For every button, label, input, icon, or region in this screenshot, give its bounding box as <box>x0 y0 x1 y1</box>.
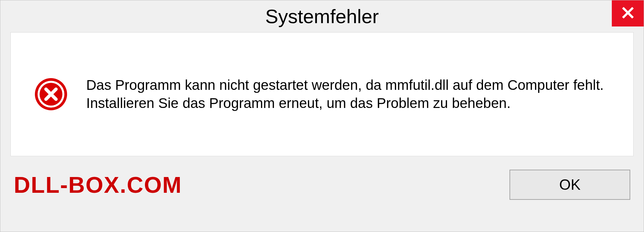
content-panel: Das Programm kann nicht gestartet werden… <box>10 32 634 156</box>
error-message: Das Programm kann nicht gestartet werden… <box>86 76 610 112</box>
ok-button[interactable]: OK <box>509 170 630 200</box>
watermark-text: DLL-BOX.COM <box>14 172 182 198</box>
error-dialog: Systemfehler Das Programm kann nicht ges… <box>0 0 644 232</box>
titlebar: Systemfehler <box>0 0 644 32</box>
error-icon <box>34 77 68 111</box>
dialog-title: Systemfehler <box>265 5 379 27</box>
close-icon <box>622 6 634 20</box>
close-button[interactable] <box>612 0 644 26</box>
dialog-footer: DLL-BOX.COM OK <box>0 161 644 213</box>
